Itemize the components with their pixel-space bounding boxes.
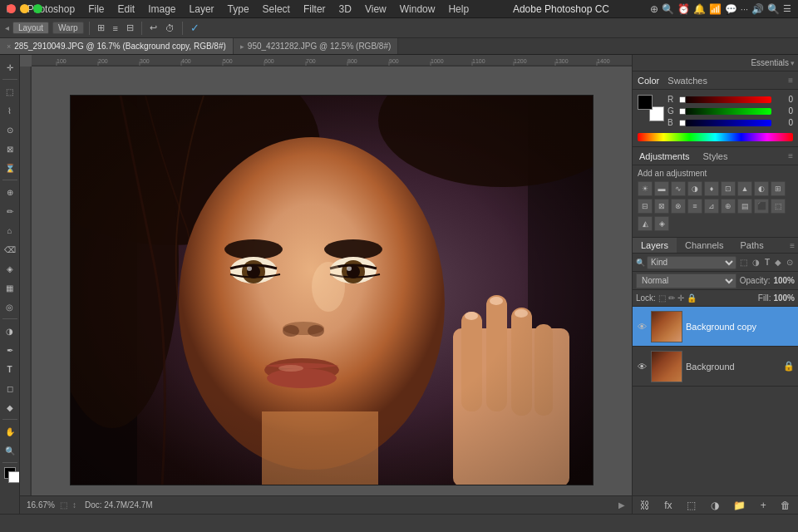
speech-icon[interactable]: 💬 (725, 3, 737, 15)
dodge-tool[interactable]: ◑ (1, 322, 19, 340)
hsl-adj[interactable]: ⊡ (721, 181, 736, 196)
crop-tool[interactable]: ⊠ (1, 140, 19, 158)
gradient-adj[interactable]: ▤ (737, 199, 752, 214)
filter-pixel-icon[interactable]: ⬚ (738, 257, 749, 268)
r-slider[interactable] (679, 96, 771, 103)
adjustments-tab[interactable]: Adjustments (633, 147, 697, 165)
vibrance-adj[interactable]: ♦ (704, 181, 719, 196)
confirm-icon[interactable]: ✓ (188, 22, 202, 34)
close-button[interactable] (7, 4, 16, 13)
color-tab[interactable]: Color (638, 76, 659, 86)
menu-help[interactable]: Help (441, 2, 475, 17)
new-adj-layer-btn[interactable]: ◑ (711, 500, 719, 511)
gradient-tool[interactable]: ▦ (1, 278, 19, 297)
filter-smart-icon[interactable]: ⊙ (785, 257, 795, 268)
filter-adjust-icon[interactable]: ◑ (751, 257, 761, 268)
marquee-tool[interactable]: ⬚ (1, 82, 19, 101)
solidcolor-adj[interactable]: ⬛ (754, 199, 769, 214)
lasso-tool[interactable]: ⌇ (1, 101, 19, 120)
foreground-color[interactable] (4, 467, 16, 479)
menu-filter[interactable]: Filter (297, 2, 332, 17)
color-swatches[interactable] (638, 95, 664, 121)
minimize-button[interactable] (20, 4, 29, 13)
tab-1[interactable]: × 285_2910049.JPG @ 16.7% (Background co… (0, 38, 234, 54)
channelmix-adj[interactable]: ⊟ (638, 199, 653, 214)
extensions-icon[interactable]: ⊕ (650, 3, 658, 15)
play-icon[interactable]: ▶ (618, 500, 625, 510)
selectivecolor-adj[interactable]: ⊕ (721, 199, 736, 214)
menu-type[interactable]: Type (221, 2, 256, 17)
g-slider[interactable] (679, 108, 771, 115)
filter-type-icon[interactable]: T (763, 257, 771, 268)
invert-adj[interactable]: ⊗ (671, 199, 686, 214)
lock-image-icon[interactable]: ✏ (668, 293, 675, 303)
menu-3d[interactable]: 3D (332, 2, 358, 17)
levels-adj[interactable]: ▬ (654, 181, 669, 196)
foreground-swatch[interactable] (638, 95, 653, 110)
grid-icon-1[interactable]: ⊞ (95, 22, 107, 33)
adj-panel-menu[interactable]: ≡ (783, 147, 798, 165)
text-tool[interactable]: T (1, 360, 19, 378)
add-mask-btn[interactable]: ⬚ (687, 500, 696, 511)
timer-icon[interactable]: ⏰ (677, 3, 690, 15)
channels-tab[interactable]: Channels (677, 238, 732, 253)
wifi-icon[interactable]: 📶 (709, 3, 722, 15)
posterize-adj[interactable]: ≡ (687, 199, 702, 214)
hdr-adj[interactable]: ◈ (654, 216, 669, 231)
opacity-value[interactable]: 100% (773, 276, 795, 285)
shape-tool[interactable]: ◆ (1, 398, 19, 416)
color-panel-menu[interactable]: ≡ (783, 71, 798, 89)
colorbalance-adj[interactable]: ▲ (737, 181, 752, 196)
hand-tool[interactable]: ✋ (1, 422, 19, 441)
r-thumb[interactable] (679, 96, 686, 103)
add-style-btn[interactable]: fx (664, 500, 672, 511)
pattern-adj[interactable]: ⬚ (771, 199, 786, 214)
lock-all-icon[interactable]: 🔒 (687, 293, 697, 303)
move-tool[interactable]: ✛ (1, 58, 19, 76)
back-arrow-icon[interactable]: ◂ (5, 23, 9, 32)
brightness-adj[interactable]: ☀ (638, 181, 653, 196)
delete-layer-btn[interactable]: 🗑 (781, 500, 791, 511)
shadow-adj[interactable]: ◭ (638, 216, 653, 231)
zoom-magnifier-icon[interactable]: 🔍 (767, 3, 780, 15)
layer-item-background[interactable]: 👁 Background 🔒 (633, 347, 798, 387)
exposure-adj[interactable]: ◑ (687, 181, 702, 196)
styles-tab[interactable]: Styles (697, 147, 735, 165)
b-slider[interactable] (679, 120, 771, 126)
search-icon[interactable]: 🔍 (662, 3, 674, 15)
link-layers-btn[interactable]: ⛓ (640, 500, 650, 511)
quick-select-tool[interactable]: ⊙ (1, 121, 19, 139)
brush-tool[interactable]: ✏ (1, 202, 19, 220)
zoom-tool[interactable]: 🔍 (1, 441, 19, 460)
blend-mode-select[interactable]: Normal (636, 273, 736, 288)
new-layer-btn[interactable]: + (761, 500, 766, 511)
menu-image[interactable]: Image (141, 2, 182, 17)
warp-button[interactable]: Warp (52, 22, 84, 34)
menu-file[interactable]: File (81, 2, 111, 17)
photo-canvas[interactable] (70, 95, 594, 485)
pen-tool[interactable]: ✒ (1, 341, 19, 359)
layout-button[interactable]: Layout (12, 22, 49, 34)
healing-tool[interactable]: ⊕ (1, 183, 19, 201)
lock-transparent-icon[interactable]: ⬚ (658, 293, 666, 303)
layer-eye-icon-1[interactable]: 👁 (636, 322, 648, 332)
tab-2[interactable]: ▸ 950_4231282.JPG @ 12.5% (RGB/8#) (234, 38, 398, 54)
fill-value[interactable]: 100% (773, 293, 795, 303)
menu-edit[interactable]: Edit (111, 2, 141, 17)
tab-1-close[interactable]: × (7, 42, 11, 51)
layer-item-background-copy[interactable]: 👁 Background copy (633, 307, 798, 347)
layer-kind-select[interactable]: Kind (647, 256, 736, 269)
bw-adj[interactable]: ◐ (754, 181, 769, 196)
g-thumb[interactable] (679, 108, 686, 115)
path-tool[interactable]: ◻ (1, 379, 19, 397)
clone-tool[interactable]: ⌂ (1, 221, 19, 239)
menu-extras-icon[interactable]: ☰ (783, 3, 791, 14)
paths-tab[interactable]: Paths (732, 238, 772, 253)
workspace-arrow[interactable]: ▾ (791, 59, 795, 67)
layers-panel-menu[interactable]: ≡ (786, 238, 798, 253)
status-icon-1[interactable]: ⬚ (60, 500, 67, 510)
status-icon-2[interactable]: ↕ (72, 500, 76, 510)
notification-icon[interactable]: 🔔 (693, 3, 706, 15)
color-spectrum[interactable] (638, 133, 793, 141)
volume-icon[interactable]: 🔊 (751, 3, 764, 15)
